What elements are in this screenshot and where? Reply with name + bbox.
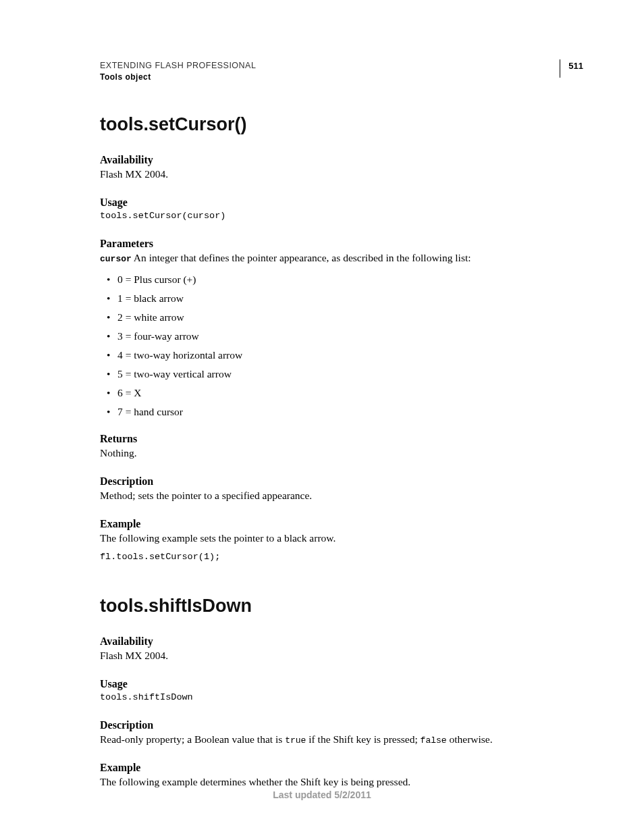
usage-code: tools.shiftIsDown — [100, 692, 583, 704]
section-shiftisdown: tools.shiftIsDown Availability Flash MX … — [100, 596, 583, 789]
usage-block-1: Usage tools.setCursor(cursor) — [100, 197, 583, 223]
description-block-2: Description Read-only property; a Boolea… — [100, 719, 583, 747]
example-label: Example — [100, 762, 583, 774]
section-heading-shiftisdown: tools.shiftIsDown — [100, 596, 583, 617]
usage-code: tools.setCursor(cursor) — [100, 210, 583, 223]
parameter-line: cursor An integer that defines the point… — [100, 251, 583, 265]
doc-subtitle: Tools object — [100, 72, 256, 82]
list-item: 3 = four-way arrow — [100, 330, 583, 342]
list-item: 4 = two-way horizontal arrow — [100, 349, 583, 361]
availability-block-2: Availability Flash MX 2004. — [100, 635, 583, 663]
usage-label: Usage — [100, 197, 583, 209]
parameters-block: Parameters cursor An integer that define… — [100, 238, 583, 418]
desc-text: otherwise. — [447, 733, 493, 745]
usage-label: Usage — [100, 678, 583, 690]
param-desc: An integer that defines the pointer appe… — [134, 252, 471, 263]
section-heading-setcursor: tools.setCursor() — [100, 114, 583, 135]
list-item: 0 = Plus cursor (+) — [100, 273, 583, 286]
desc-code: true — [285, 735, 306, 746]
page-number: 511 — [568, 61, 583, 71]
returns-label: Returns — [100, 433, 583, 445]
example-block-1: Example The following example sets the p… — [100, 518, 583, 564]
list-item: 1 = black arrow — [100, 292, 583, 305]
description-label: Description — [100, 719, 583, 731]
parameters-label: Parameters — [100, 238, 583, 250]
desc-text: if the Shift key is pressed; — [306, 733, 420, 745]
param-name: cursor — [100, 254, 132, 264]
desc-code: false — [421, 735, 447, 746]
description-text: Read-only property; a Boolean value that… — [100, 733, 583, 747]
description-label: Description — [100, 475, 583, 488]
example-code: fl.tools.setCursor(1); — [100, 551, 583, 564]
header-left: EXTENDING FLASH PROFESSIONAL Tools objec… — [100, 61, 256, 82]
usage-block-2: Usage tools.shiftIsDown — [100, 678, 583, 704]
availability-label: Availability — [100, 635, 583, 648]
doc-title: EXTENDING FLASH PROFESSIONAL — [100, 61, 256, 70]
page: EXTENDING FLASH PROFESSIONAL Tools objec… — [0, 0, 644, 834]
description-text: Method; sets the pointer to a specified … — [100, 489, 583, 503]
example-text: The following example determines whether… — [100, 775, 583, 789]
example-text: The following example sets the pointer t… — [100, 531, 583, 546]
page-header: EXTENDING FLASH PROFESSIONAL Tools objec… — [100, 61, 583, 82]
example-label: Example — [100, 518, 583, 530]
page-number-wrap: 511 — [560, 59, 583, 78]
description-block-1: Description Method; sets the pointer to … — [100, 475, 583, 503]
parameter-list: 0 = Plus cursor (+) 1 = black arrow 2 = … — [100, 273, 583, 418]
example-block-2: Example The following example determines… — [100, 762, 583, 789]
availability-text: Flash MX 2004. — [100, 167, 583, 182]
returns-text: Nothing. — [100, 446, 583, 461]
availability-block-1: Availability Flash MX 2004. — [100, 154, 583, 182]
availability-text: Flash MX 2004. — [100, 649, 583, 663]
desc-text: Read-only property; a Boolean value that… — [100, 733, 285, 745]
footer-updated: Last updated 5/2/2011 — [0, 789, 644, 800]
list-item: 7 = hand cursor — [100, 406, 583, 418]
returns-block: Returns Nothing. — [100, 433, 583, 461]
list-item: 6 = X — [100, 387, 583, 399]
list-item: 5 = two-way vertical arrow — [100, 368, 583, 380]
list-item: 2 = white arrow — [100, 311, 583, 323]
availability-label: Availability — [100, 154, 583, 166]
